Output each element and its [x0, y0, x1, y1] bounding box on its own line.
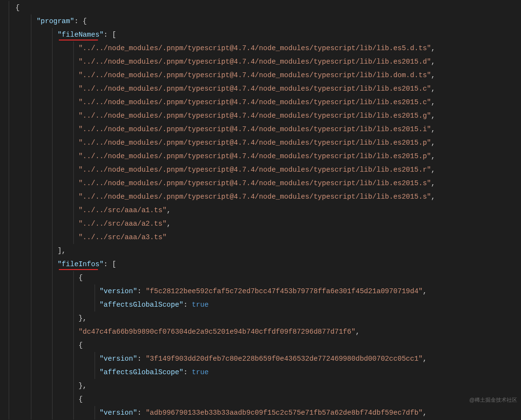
code-line[interactable]: "../../node_modules/.pnpm/typescript@4.7… [3, 190, 521, 203]
json-key: "affectsGlobalScope" [99, 368, 183, 376]
code-line[interactable]: "../../node_modules/.pnpm/typescript@4.7… [3, 41, 521, 55]
code-line[interactable]: }, [3, 379, 521, 393]
code-line[interactable]: "../../src/aaa/a3.ts" [3, 230, 521, 244]
json-bool: true [192, 301, 209, 309]
punct: : [137, 287, 145, 295]
punct: }, [79, 314, 87, 322]
json-string: "../../src/aaa/a2.ts" [79, 220, 167, 228]
punct: }, [79, 382, 87, 390]
punct: , [166, 206, 171, 214]
punct: : [ [104, 260, 116, 268]
code-line[interactable]: "../../node_modules/.pnpm/typescript@4.7… [3, 109, 521, 122]
code-line[interactable]: "../../node_modules/.pnpm/typescript@4.7… [3, 176, 521, 190]
punct: , [431, 58, 436, 66]
code-line[interactable]: "version": "3f149f903dd20dfeb7c80e228b65… [3, 352, 521, 366]
code-line[interactable]: "../../node_modules/.pnpm/typescript@4.7… [3, 68, 521, 82]
code-line[interactable]: "fileNames": [ [3, 28, 521, 41]
punct: ], [57, 247, 66, 255]
code-line[interactable]: "affectsGlobalScope": true [3, 298, 521, 312]
punct: , [431, 179, 436, 187]
punct: , [431, 152, 436, 160]
json-key: "fileInfos" [57, 260, 104, 268]
code-line[interactable]: "../../src/aaa/a2.ts", [3, 217, 521, 230]
punct: , [166, 220, 171, 228]
code-line[interactable]: "../../node_modules/.pnpm/typescript@4.7… [3, 149, 521, 163]
punct: , [431, 112, 436, 120]
punct: : [183, 368, 192, 376]
code-line[interactable]: "../../node_modules/.pnpm/typescript@4.7… [3, 122, 521, 136]
code-line[interactable]: "../../node_modules/.pnpm/typescript@4.7… [3, 95, 521, 109]
code-editor[interactable]: { "program": { "fileNames": [ "../../nod… [0, 0, 521, 420]
code-line[interactable]: }, [3, 312, 521, 325]
watermark: @稀土掘金技术社区 [469, 393, 517, 406]
punct: , [423, 409, 427, 417]
json-bool: true [192, 368, 209, 376]
punct: { [79, 395, 83, 403]
code-line[interactable]: "fileInfos": [ [3, 257, 521, 271]
json-string: "../../src/aaa/a3.ts" [79, 233, 167, 241]
punct: : [137, 355, 145, 363]
code-line[interactable]: { [3, 393, 521, 406]
json-string: "3f149f903dd20dfeb7c80e228b659f0e436532d… [146, 355, 423, 363]
code-line[interactable]: { [3, 1, 521, 14]
annotation-underline [59, 269, 98, 270]
punct: , [431, 193, 436, 201]
code-line[interactable]: "affectsGlobalScope": true [3, 366, 521, 379]
json-key: "program" [37, 17, 74, 25]
punct: , [431, 139, 436, 147]
json-string: "../../node_modules/.pnpm/typescript@4.7… [79, 98, 431, 106]
punct: , [356, 328, 360, 336]
punct: , [431, 71, 436, 79]
code-line[interactable]: "dc47c4fa66b9b9890cf076304de2a9c5201e94b… [3, 325, 521, 339]
json-string: "../../node_modules/.pnpm/typescript@4.7… [79, 85, 431, 93]
json-string: "../../node_modules/.pnpm/typescript@4.7… [79, 139, 431, 147]
json-string: "../../node_modules/.pnpm/typescript@4.7… [79, 44, 431, 52]
json-key: "version" [99, 355, 137, 363]
punct: , [423, 287, 427, 295]
punct: { [79, 274, 83, 282]
json-key: "version" [99, 409, 137, 417]
json-string: "../../node_modules/.pnpm/typescript@4.7… [79, 125, 431, 133]
json-string: "../../node_modules/.pnpm/typescript@4.7… [79, 152, 431, 160]
code-line[interactable]: "version": "f5c28122bee592cfaf5c72ed7bcc… [3, 285, 521, 298]
punct: , [431, 125, 436, 133]
code-line[interactable]: "../../node_modules/.pnpm/typescript@4.7… [3, 82, 521, 95]
code-line[interactable]: "program": { [3, 14, 521, 28]
code-line[interactable]: "../../node_modules/.pnpm/typescript@4.7… [3, 136, 521, 149]
json-string: "../../node_modules/.pnpm/typescript@4.7… [79, 58, 431, 66]
json-key: "fileNames" [57, 31, 104, 39]
code-line[interactable]: "../../node_modules/.pnpm/typescript@4.7… [3, 163, 521, 176]
punct: { [79, 341, 83, 349]
annotation-underline [59, 40, 98, 41]
punct: , [423, 355, 427, 363]
punct: : { [74, 17, 87, 25]
punct: , [431, 98, 436, 106]
code-line[interactable]: "../../node_modules/.pnpm/typescript@4.7… [3, 55, 521, 68]
punct: , [431, 166, 436, 174]
code-line[interactable]: { [3, 271, 521, 285]
punct: : [137, 409, 145, 417]
json-string: "../../node_modules/.pnpm/typescript@4.7… [79, 166, 431, 174]
json-string: "../../node_modules/.pnpm/typescript@4.7… [79, 179, 431, 187]
json-string: "../../node_modules/.pnpm/typescript@4.7… [79, 112, 431, 120]
code-line[interactable]: "version": "adb996790133eb33b33aadb9c09f… [3, 406, 521, 420]
json-string: "f5c28122bee592cfaf5c72ed7bcc47f453b7977… [146, 287, 423, 295]
code-line[interactable]: "../../src/aaa/a1.ts", [3, 203, 521, 217]
json-string: "adb996790133eb33b33aadb9c09f15c2c575e71… [146, 409, 423, 417]
code-line[interactable]: ], [3, 244, 521, 257]
punct: : [183, 301, 192, 309]
punct: , [431, 44, 436, 52]
json-string: "../../src/aaa/a1.ts" [79, 206, 167, 214]
json-string: "dc47c4fa66b9b9890cf076304de2a9c5201e94b… [79, 328, 356, 336]
code-line[interactable]: { [3, 339, 521, 352]
json-key: "version" [99, 287, 137, 295]
json-string: "../../node_modules/.pnpm/typescript@4.7… [79, 193, 431, 201]
punct: , [431, 85, 436, 93]
json-string: "../../node_modules/.pnpm/typescript@4.7… [79, 71, 431, 79]
json-key: "affectsGlobalScope" [99, 301, 183, 309]
punct: : [ [104, 31, 116, 39]
punct: { [15, 4, 20, 12]
